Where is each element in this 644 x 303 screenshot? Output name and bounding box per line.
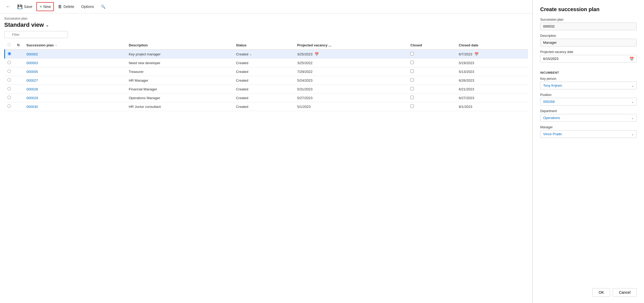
row-radio[interactable] [7,61,11,64]
row-radio-cell [5,50,14,59]
table-row[interactable]: 000005TreasurerCreated7/29/20225/13/2023 [5,67,528,76]
manager-select[interactable]: Vince Prado [540,130,637,138]
row-closed-checkbox[interactable] [410,96,414,99]
row-id-cell[interactable]: 000029 [24,94,126,102]
row-vacancy-date-cell: 3/25/2022 [294,59,408,67]
save-label: Save [24,5,32,9]
filter-row: 🔍 [0,28,532,41]
row-id-link[interactable]: 000027 [27,78,38,82]
row-radio[interactable] [7,87,11,90]
row-id-link[interactable]: 000029 [27,96,38,100]
row-closed-checkbox[interactable] [410,87,414,90]
succession-table: ↻ Succession plan ↑ Description Status P… [4,41,528,111]
manager-field: Manager Vince Prado ⌄ [540,125,637,138]
toolbar-search-button[interactable]: 🔍 [98,3,108,11]
col-status[interactable]: Status [233,41,294,50]
key-person-select[interactable]: Tony Krijnen [540,82,637,89]
succession-plan-field: Succession plan [540,18,637,30]
row-closed-date-cell: 6/26/2023➜ [456,76,528,85]
row-description-cell: HR Manager [126,76,233,85]
panel-title: Create succession plan [540,6,637,12]
select-all-radio[interactable] [7,43,11,46]
col-refresh[interactable]: ↻ [14,41,24,50]
row-radio[interactable] [7,96,11,99]
row-id-cell[interactable]: 000027 [24,76,126,85]
table-row[interactable]: 000030HR Junior consultantCreated5/1/202… [5,102,528,111]
row-closed-checkbox[interactable] [410,61,414,64]
row-radio[interactable] [7,104,11,108]
row-radio[interactable] [7,69,11,73]
table-row[interactable]: 000003Need new developerCreated3/25/2022… [5,59,528,67]
filter-input[interactable] [4,31,68,38]
page-title[interactable]: Standard view ⌄ [4,21,528,28]
description-field: Description [540,34,637,46]
row-id-cell[interactable]: 000002 [24,50,126,59]
status-value: Created [236,87,292,91]
row-id-link[interactable]: 000005 [27,70,38,74]
position-field: Position 000268 ⌄ [540,93,637,106]
vacancy-date-input[interactable] [540,55,637,63]
row-description-cell: HR Junior consultant [126,102,233,111]
row-id-cell[interactable]: 000028 [24,85,126,94]
row-status-cell: Created [233,76,294,85]
col-vacancy-date[interactable]: Projected vacancy ... [294,41,408,50]
row-closed-cell [408,94,456,102]
vacancy-date-wrap: 📅 [540,55,637,63]
status-dropdown-icon[interactable]: ⌄ [249,52,252,56]
closed-date-calendar-icon[interactable]: 📅 [473,52,479,56]
row-status-cell: Created [233,94,294,102]
description-input[interactable] [540,39,637,46]
row-radio[interactable] [7,78,11,82]
status-value: Created [236,105,292,109]
col-description[interactable]: Description [126,41,233,50]
department-select[interactable]: Operations [540,114,637,122]
row-closed-date-cell: 5/19/2023 [456,59,528,67]
row-id-link[interactable]: 000028 [27,87,38,91]
key-person-select-wrap: Tony Krijnen ⌄ [540,82,637,89]
key-person-field: Key person Tony Krijnen ⌄ [540,77,637,89]
options-button[interactable]: Options [78,3,97,11]
col-succession-plan[interactable]: Succession plan ↑ [24,41,126,50]
row-vacancy-date-cell: 5/1/2023 [294,102,408,111]
succession-plan-input[interactable] [540,23,637,30]
row-closed-checkbox[interactable] [410,52,414,55]
col-radio [5,41,14,50]
vacancy-date-field: Projected vacancy date 📅 [540,50,637,63]
row-id-cell[interactable]: 000003 [24,59,126,67]
position-select[interactable]: 000268 [540,98,637,106]
vacancy-calendar-icon[interactable]: 📅 [314,52,319,56]
row-id-link[interactable]: 000003 [27,61,38,65]
row-closed-checkbox[interactable] [410,78,414,82]
status-value: Created [236,78,292,82]
new-button[interactable]: + New [36,2,54,11]
row-closed-cell [408,76,456,85]
table-row[interactable]: 000027HR ManagerCreated5/24/20236/26/202… [5,76,528,85]
table-row[interactable]: 000028Financial ManagerCreated5/31/20236… [5,85,528,94]
row-closed-cell [408,67,456,76]
calendar-icon[interactable]: 📅 [629,57,634,61]
col-closed[interactable]: Closed [408,41,456,50]
row-empty-cell [14,76,24,85]
table-header-row: ↻ Succession plan ↑ Description Status P… [5,41,528,50]
row-id-link[interactable]: 000030 [27,105,38,109]
panel-footer: OK Cancel [540,283,637,297]
table-row[interactable]: 000029Operations ManagerCreated5/27/2023… [5,94,528,102]
back-button[interactable]: ← [3,2,13,11]
department-label: Department [540,109,637,113]
table-row[interactable]: 000002Key project managerCreated ⌄3/25/2… [5,50,528,59]
ok-button[interactable]: OK [593,288,610,297]
row-closed-checkbox[interactable] [410,104,414,108]
row-description-cell: Key project manager [126,50,233,59]
row-empty-cell [14,59,24,67]
save-button[interactable]: 💾 Save [14,2,35,11]
delete-button[interactable]: 🗑 Delete [55,2,77,11]
row-id-cell[interactable]: 000030 [24,102,126,111]
col-closed-date[interactable]: Closed date [456,41,528,50]
filter-wrap: 🔍 [4,31,68,38]
row-closed-checkbox[interactable] [410,69,414,73]
row-radio[interactable] [8,52,11,55]
cancel-button[interactable]: Cancel [613,288,637,297]
row-id-cell[interactable]: 000005 [24,67,126,76]
row-id-link[interactable]: 000002 [27,52,38,56]
row-closed-date-cell: 5/13/2023 [456,67,528,76]
